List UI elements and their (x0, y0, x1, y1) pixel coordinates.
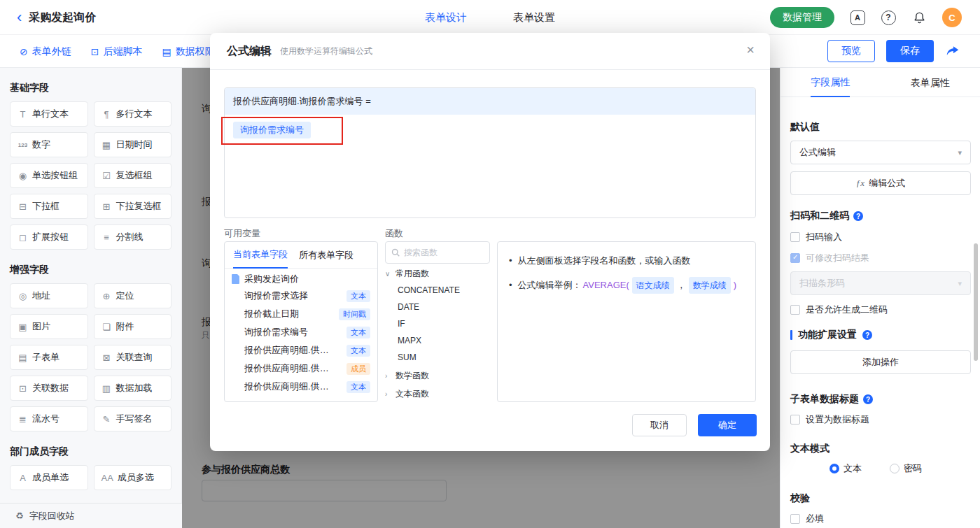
edit-formula-button[interactable]: ƒx 编辑公式 (790, 171, 971, 195)
search-icon (391, 248, 400, 257)
field-item-single-line-text[interactable]: T单行文本 (10, 101, 88, 127)
scan-barcode-select[interactable]: 扫描条形码 ▾ (790, 271, 971, 295)
field-item-data-load[interactable]: ▥数据加载 (94, 376, 172, 401)
field-item-dropdown[interactable]: ⊟下拉框 (10, 194, 88, 219)
function-group-common[interactable]: ∨常用函数 (385, 265, 490, 282)
formula-field-chip[interactable]: 询报价需求编号 (233, 122, 311, 138)
save-button[interactable]: 保存 (886, 40, 934, 62)
field-item-extend-button[interactable]: ◻扩展按钮 (10, 224, 88, 250)
group-label: 文本函数 (396, 388, 429, 400)
field-item-member-multi[interactable]: AA成员多选 (94, 465, 172, 490)
required-checkbox[interactable] (790, 514, 800, 524)
field-item-attachment[interactable]: ❏附件 (94, 314, 172, 339)
radio-password[interactable] (890, 464, 899, 473)
bell-icon[interactable] (911, 10, 927, 25)
function-search-input[interactable]: 搜索函数 (385, 241, 490, 264)
tree-field-row[interactable]: 报价供应商明细.供应...文本 (225, 378, 377, 396)
tab-current-form-fields[interactable]: 当前表单字段 (233, 242, 288, 269)
members-icon: AA (102, 473, 113, 483)
function-item[interactable]: SUM (385, 349, 490, 366)
section-title-member: 部门成员字段 (10, 445, 172, 458)
question-icon[interactable]: ? (853, 211, 863, 221)
function-item[interactable]: MAPX (385, 332, 490, 349)
field-item-subform[interactable]: ▤子表单 (10, 345, 88, 370)
field-item-radio-group[interactable]: ◉单选按钮组 (10, 163, 88, 188)
field-item-checkbox-group[interactable]: ☑复选框组 (94, 163, 172, 188)
close-icon[interactable]: × (746, 43, 755, 57)
tree-field-row[interactable]: 询报价需求编号文本 (225, 323, 377, 341)
tab-all-form-fields[interactable]: 所有表单字段 (299, 243, 354, 268)
divider-icon: ≡ (102, 232, 112, 243)
tab-form-settings[interactable]: 表单设置 (513, 11, 555, 24)
question-icon[interactable]: ? (862, 330, 872, 340)
field-item-location[interactable]: ⊕定位 (94, 283, 172, 308)
field-label: 关联查询 (116, 351, 153, 364)
set-data-title-checkbox[interactable] (790, 415, 800, 424)
field-item-number[interactable]: 123数字 (10, 132, 88, 157)
field-item-divider[interactable]: ≡分割线 (94, 224, 172, 250)
field-item-multi-line-text[interactable]: ¶多行文本 (94, 101, 172, 127)
back-icon[interactable]: ‹ (17, 10, 22, 25)
required-row: 必填 (790, 513, 971, 525)
default-value-select[interactable]: 公式编辑 ▾ (790, 141, 971, 164)
field-item-member-single[interactable]: A成员单选 (10, 465, 88, 490)
allow-qr-checkbox[interactable] (790, 305, 800, 315)
translate-icon[interactable]: A (850, 10, 865, 25)
cancel-button[interactable]: 取消 (632, 414, 687, 436)
formula-body[interactable]: 询报价需求编号 (225, 115, 755, 145)
confirm-button[interactable]: 确定 (698, 414, 757, 436)
avatar[interactable]: C (942, 8, 962, 27)
preview-button[interactable]: 预览 (827, 40, 875, 62)
tree-field-row[interactable]: 报价供应商明细.供应...文本 (225, 341, 377, 359)
help-text: 从左侧面板选择字段名和函数，或输入函数 (518, 253, 691, 269)
formula-target: 报价供应商明细.询报价需求编号 = (225, 88, 755, 115)
field-recycle-bin[interactable]: ♻ 字段回收站 (0, 503, 182, 528)
variables-panel: 当前表单字段 所有表单字段 采购发起询价 询报价需求选择文本 报价截止日期时间戳… (224, 241, 378, 402)
help-icon[interactable]: ? (881, 10, 896, 25)
scan-input-checkbox[interactable] (790, 232, 800, 242)
data-manage-button[interactable]: 数据管理 (770, 7, 834, 28)
function-item[interactable]: IF (385, 315, 490, 332)
tree-field-row[interactable]: 询报价需求选择文本 (225, 287, 377, 305)
radio-text[interactable] (830, 464, 839, 473)
number-icon: 123 (18, 142, 28, 148)
field-item-related-data[interactable]: ⊡关联数据 (10, 376, 88, 401)
field-name: 报价供应商明细.供应... (244, 380, 335, 393)
field-item-dropdown-multi[interactable]: ⊞下拉复选框 (94, 194, 172, 219)
field-item-address[interactable]: ◎地址 (10, 283, 88, 308)
function-group-math[interactable]: ›数学函数 (385, 367, 490, 384)
data-permission-link[interactable]: ▤数据权限 (162, 45, 214, 58)
checkbox-label: 可修改扫码结果 (806, 252, 869, 264)
translate-glyph: A (850, 10, 865, 25)
field-item-datetime[interactable]: ▦日期时间 (94, 132, 172, 157)
tree-root-form[interactable]: 采购发起询价 (225, 269, 377, 287)
panel-scrollbar[interactable] (974, 243, 978, 361)
function-item[interactable]: CONCATENATE (385, 282, 490, 299)
tree-field-row[interactable]: 报价截止日期时间戳 (225, 305, 377, 323)
tree-field-row[interactable]: 报价供应商明细.供应商成员 (225, 359, 377, 378)
field-item-serial-number[interactable]: ≣流水号 (10, 406, 88, 431)
field-label: 子表单 (32, 351, 59, 364)
modal-subtitle: 使用数学运算符编辑公式 (280, 45, 372, 57)
checkbox-icon: ☑ (102, 171, 112, 181)
field-name: 报价供应商明细.供应商 (244, 362, 335, 375)
scan-modify-checkbox[interactable] (790, 253, 800, 263)
share-icon[interactable] (945, 43, 960, 59)
add-operation-button[interactable]: 添加操作 (790, 350, 971, 374)
function-example: ) (734, 278, 736, 293)
tab-field-properties[interactable]: 字段属性 (780, 68, 881, 97)
field-palette-sidebar: 基础字段 T单行文本 ¶多行文本 123数字 ▦日期时间 ◉单选按钮组 ☑复选框… (0, 68, 182, 528)
function-item[interactable]: DATE (385, 299, 490, 315)
image-icon: ▣ (18, 322, 28, 332)
field-item-related-query[interactable]: ⊠关联查询 (94, 345, 172, 370)
address-icon: ◎ (18, 291, 28, 301)
form-external-link[interactable]: ⊘表单外链 (20, 45, 71, 58)
tree-root-label: 采购发起询价 (244, 273, 299, 285)
function-group-text[interactable]: ›文本函数 (385, 385, 490, 402)
tab-form-properties[interactable]: 表单属性 (881, 68, 980, 97)
tab-form-design[interactable]: 表单设计 (425, 11, 467, 24)
backend-script-link[interactable]: ⊡后端脚本 (91, 45, 143, 58)
field-item-image[interactable]: ▣图片 (10, 314, 88, 339)
field-item-signature[interactable]: ✎手写签名 (94, 406, 172, 431)
question-icon[interactable]: ? (863, 394, 873, 404)
